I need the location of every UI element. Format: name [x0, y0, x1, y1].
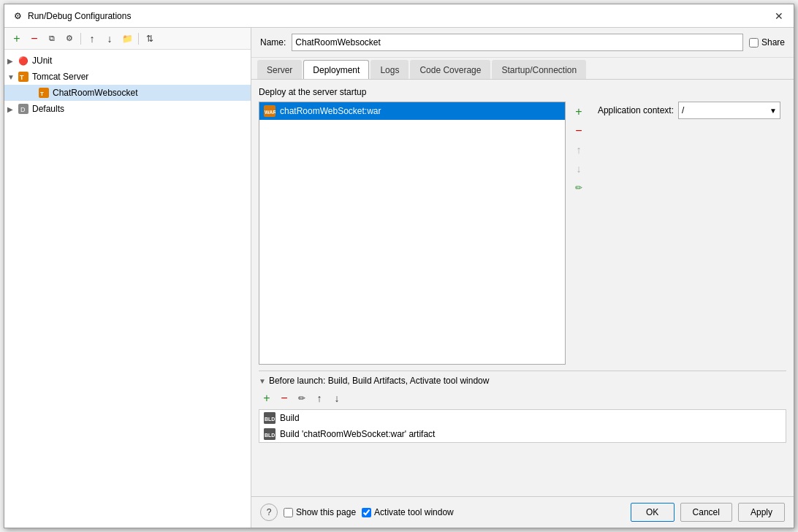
close-button[interactable]: ✕: [772, 9, 786, 23]
app-context-select[interactable]: / ▼: [678, 102, 780, 119]
launch-item-build-label: Build: [280, 413, 300, 423]
war-file-icon: WAR: [264, 105, 276, 117]
deploy-side-buttons: + − ↑ ↓ ✏: [569, 102, 589, 365]
edit-launch-button[interactable]: ✏: [294, 390, 310, 406]
tree-item-chatroomwebsocket[interactable]: T ChatRoomWebsocket: [4, 85, 251, 101]
svg-text:WAR: WAR: [265, 110, 276, 115]
dialog-title: Run/Debug Configurations: [28, 11, 131, 21]
activate-tool-label: Activate tool window: [374, 507, 454, 517]
toolbar-separator-2: [138, 33, 139, 45]
move-deploy-down-button[interactable]: ↓: [570, 160, 588, 178]
tab-logs[interactable]: Logs: [370, 60, 408, 79]
tree-item-defaults[interactable]: ▶ D Defaults: [4, 101, 251, 117]
svg-text:T: T: [20, 74, 24, 81]
show-page-row: Show this page: [284, 507, 356, 517]
build-icon: BLD: [264, 412, 276, 424]
tab-deployment[interactable]: Deployment: [303, 60, 369, 79]
move-down-button[interactable]: ↓: [102, 31, 118, 47]
show-page-checkbox[interactable]: [284, 508, 293, 517]
dialog-icon: ⚙: [12, 10, 23, 22]
tab-server[interactable]: Server: [257, 60, 302, 79]
share-checkbox[interactable]: [749, 38, 759, 48]
tab-startup-connection[interactable]: Startup/Connection: [492, 60, 586, 79]
deploy-item-war[interactable]: WAR chatRoomWebSocket:war: [259, 102, 565, 120]
settings-button[interactable]: ⚙: [61, 31, 77, 47]
tree-label-junit: JUnit: [32, 56, 52, 66]
add-deploy-button[interactable]: +: [570, 103, 588, 121]
left-toolbar: + − ⧉ ⚙ ↑ ↓ 📁 ⇅: [4, 28, 251, 50]
copy-config-button[interactable]: ⧉: [44, 31, 60, 47]
launch-item-artifact-label: Build 'chatRoomWebSocket:war' artifact: [280, 429, 435, 439]
tree-label-defaults: Defaults: [32, 104, 64, 114]
run-debug-dialog: ⚙ Run/Debug Configurations ✕ + − ⧉ ⚙ ↑ ↓…: [4, 4, 794, 528]
deploy-area: WAR chatRoomWebSocket:war + − ↑ ↓ ✏: [259, 102, 786, 365]
move-launch-up-button[interactable]: ↑: [311, 390, 327, 406]
launch-item-build[interactable]: BLD Build: [259, 410, 786, 426]
tree-item-junit[interactable]: ▶ 🔴 JUnit: [4, 53, 251, 69]
activate-tool-row: Activate tool window: [362, 507, 454, 517]
remove-config-button[interactable]: −: [26, 31, 42, 47]
svg-text:D: D: [20, 106, 26, 113]
right-panel: Name: Share Server Deployment Logs Code …: [251, 28, 794, 528]
activate-tool-checkbox[interactable]: [362, 508, 371, 517]
deploy-at-startup-label: Deploy at the server startup: [259, 87, 786, 97]
folder-button[interactable]: 📁: [119, 31, 135, 47]
deploy-item-label: chatRoomWebSocket:war: [280, 106, 381, 116]
name-row: Name: Share: [251, 28, 794, 58]
edit-deploy-button[interactable]: ✏: [570, 179, 588, 197]
app-context-label: Application context:: [598, 105, 674, 115]
apply-button[interactable]: Apply: [738, 503, 785, 522]
add-config-button[interactable]: +: [9, 31, 25, 47]
svg-text:BLD: BLD: [265, 433, 275, 438]
before-launch-list: BLD Build BLD Build 'chatRoomWebSocket:w…: [259, 409, 786, 443]
before-launch-title: Before launch: Build, Build Artifacts, A…: [269, 376, 490, 386]
left-panel: + − ⧉ ⚙ ↑ ↓ 📁 ⇅ ▶ 🔴 JUnit: [4, 28, 251, 528]
before-launch-toolbar: + − ✏ ↑ ↓: [259, 389, 786, 409]
tree-item-tomcat[interactable]: ▼ T Tomcat Server: [4, 69, 251, 85]
name-label: Name:: [260, 37, 286, 48]
sort-button[interactable]: ⇅: [142, 31, 158, 47]
expand-junit[interactable]: ▶: [7, 57, 18, 65]
expand-defaults[interactable]: ▶: [7, 105, 18, 113]
deploy-list: WAR chatRoomWebSocket:war: [259, 102, 566, 365]
cancel-button[interactable]: Cancel: [680, 503, 732, 522]
help-button[interactable]: ?: [260, 503, 278, 521]
app-context-area: Application context: / ▼: [592, 102, 786, 365]
before-launch-section: ▼ Before launch: Build, Build Artifacts,…: [259, 370, 786, 443]
tab-code-coverage[interactable]: Code Coverage: [410, 60, 490, 79]
move-up-button[interactable]: ↑: [84, 31, 100, 47]
svg-text:BLD: BLD: [265, 417, 275, 422]
share-label: Share: [761, 37, 785, 48]
toolbar-separator-1: [80, 33, 81, 45]
expand-tomcat[interactable]: ▼: [7, 73, 18, 81]
launch-item-artifact[interactable]: BLD Build 'chatRoomWebSocket:war' artifa…: [259, 426, 786, 442]
share-row: Share: [749, 37, 785, 48]
svg-text:T: T: [40, 91, 44, 97]
before-launch-collapse-icon[interactable]: ▼: [259, 377, 266, 385]
defaults-icon: D: [18, 103, 29, 115]
app-context-value: /: [682, 105, 684, 115]
ok-button[interactable]: OK: [631, 503, 674, 522]
deployment-panel: Deploy at the server startup WAR chatRoo…: [251, 80, 794, 496]
name-input[interactable]: [292, 34, 743, 51]
build-artifact-icon: BLD: [264, 428, 276, 440]
move-launch-down-button[interactable]: ↓: [329, 390, 345, 406]
title-bar-left: ⚙ Run/Debug Configurations: [12, 10, 131, 22]
config-tree: ▶ 🔴 JUnit ▼ T Tomcat Server T: [4, 50, 251, 528]
tabs-row: Server Deployment Logs Code Coverage Sta…: [251, 58, 794, 80]
remove-launch-button[interactable]: −: [276, 390, 292, 406]
title-bar: ⚙ Run/Debug Configurations ✕: [4, 4, 794, 28]
tree-label-tomcat: Tomcat Server: [32, 72, 88, 82]
tree-label-chatroom: ChatRoomWebsocket: [53, 88, 138, 98]
bottom-row: ? Show this page Activate tool window OK…: [251, 496, 794, 528]
app-context-dropdown-icon: ▼: [770, 107, 777, 115]
remove-deploy-button[interactable]: −: [570, 122, 588, 140]
junit-icon: 🔴: [18, 55, 29, 66]
content-area: + − ⧉ ⚙ ↑ ↓ 📁 ⇅ ▶ 🔴 JUnit: [4, 28, 794, 528]
tomcat-icon: T: [18, 71, 29, 83]
before-launch-header: ▼ Before launch: Build, Build Artifacts,…: [259, 376, 786, 386]
add-launch-button[interactable]: +: [259, 390, 275, 406]
move-deploy-up-button[interactable]: ↑: [570, 141, 588, 159]
show-page-label: Show this page: [296, 507, 356, 517]
chatroom-icon: T: [38, 87, 50, 99]
